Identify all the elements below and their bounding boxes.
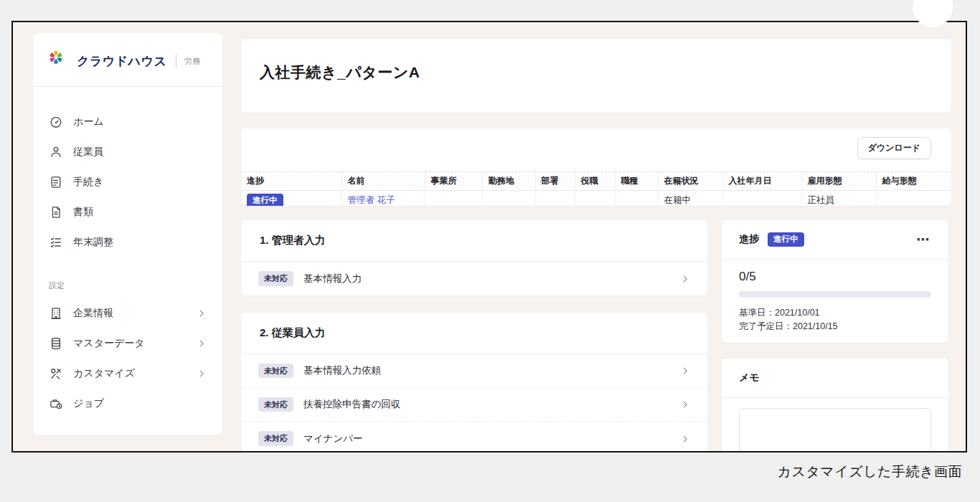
sidebar-item-label: ホーム xyxy=(73,115,104,128)
person-icon xyxy=(49,145,63,159)
section-title: 1. 管理者入力 xyxy=(241,220,707,262)
tools-icon xyxy=(49,366,63,381)
cell-hire-date xyxy=(722,191,801,207)
page-title-card: 入社手続き_パターンA xyxy=(241,39,951,113)
base-date: 基準日：2021/10/01 xyxy=(739,306,931,320)
sidebar: クラウドハウス 労務 ホーム xyxy=(33,33,222,435)
chevron-right-icon xyxy=(197,369,207,379)
progress-panel: 進捗 進行中 ⋯ 0/5 基準日：2021/10/01 完了予定日：2021/1… xyxy=(722,220,948,343)
column-header-progress: 進捗 xyxy=(241,172,341,191)
chevron-right-icon xyxy=(680,274,690,284)
sidebar-item-home[interactable]: ホーム xyxy=(33,107,222,137)
sidebar-item-customize[interactable]: カスタマイズ xyxy=(33,359,222,389)
image-caption: カスタマイズした手続き画面 xyxy=(777,463,962,481)
sidebar-item-year-end-adjustment[interactable]: 年末調整 xyxy=(33,227,222,257)
employee-table-card: ダウンロード 進捗 名前 事業所 勤務地 部署 役職 xyxy=(241,128,951,206)
cell-location xyxy=(482,191,535,207)
sidebar-item-jobs[interactable]: ジョブ xyxy=(33,389,222,419)
screenshot-frame: クラウドハウス 労務 ホーム xyxy=(11,21,967,453)
task-status-badge: 未対応 xyxy=(258,431,293,445)
cell-salary-type xyxy=(876,191,951,207)
column-header-location: 勤務地 xyxy=(482,172,535,191)
memo-panel: メモ xyxy=(722,359,948,453)
progress-panel-title: 進捗 xyxy=(739,233,759,246)
table-row: 進行中 管理者 花子 在籍中 正社員 xyxy=(241,191,951,207)
sidebar-item-label: 従業員 xyxy=(73,146,103,158)
status-badge: 進行中 xyxy=(247,194,283,206)
section-employee-input: 2. 従業員入力 未対応 基本情報入力依頼 未対応 扶養控除申告書の回収 xyxy=(241,313,707,453)
cell-position xyxy=(575,191,615,207)
cell-office xyxy=(425,191,482,207)
sidebar-item-label: 手続き xyxy=(73,176,103,189)
column-header-department: 部署 xyxy=(535,172,575,191)
brand-name: クラウドハウス xyxy=(77,53,166,70)
cell-job-type xyxy=(615,191,658,207)
section-title: 2. 従業員入力 xyxy=(241,313,707,354)
task-status-badge: 未対応 xyxy=(258,397,293,412)
sidebar-item-company-info[interactable]: 企業情報 xyxy=(33,298,222,328)
sidebar-settings-header: 設定 xyxy=(33,257,222,298)
task-status-badge: 未対応 xyxy=(258,271,293,285)
sidebar-item-master-data[interactable]: マスターデータ xyxy=(33,328,222,359)
database-icon xyxy=(49,336,63,351)
table-header-row: 進捗 名前 事業所 勤務地 部署 役職 職種 在籍状況 入社年月日 雇用形態 給… xyxy=(241,172,951,191)
sidebar-item-label: 企業情報 xyxy=(73,307,113,320)
sidebar-item-label: マスターデータ xyxy=(73,337,145,350)
building-icon xyxy=(49,306,63,321)
sidebar-item-documents[interactable]: 書類 xyxy=(33,197,222,227)
brand-divider xyxy=(176,55,176,67)
brand-product-label: 労務 xyxy=(184,56,200,67)
gauge-icon xyxy=(49,115,63,129)
sidebar-item-label: ジョブ xyxy=(73,397,104,410)
task-label: 基本情報入力依頼 xyxy=(303,364,381,377)
column-header-hire-date: 入社年月日 xyxy=(722,172,801,191)
document-icon xyxy=(49,205,63,219)
task-item-dependent-deduction-form[interactable]: 未対応 扶養控除申告書の回収 xyxy=(241,388,707,422)
column-header-name: 名前 xyxy=(341,172,425,191)
sidebar-item-label: 年末調整 xyxy=(73,236,113,249)
task-item-basic-info-request[interactable]: 未対応 基本情報入力依頼 xyxy=(241,354,707,388)
chevron-right-icon xyxy=(680,434,690,444)
more-menu-icon[interactable]: ⋯ xyxy=(915,232,931,247)
chevron-right-icon xyxy=(197,338,207,349)
progress-count: 0/5 xyxy=(739,270,931,284)
chevron-right-icon xyxy=(680,366,690,376)
memo-panel-title: メモ xyxy=(739,371,760,384)
cell-department xyxy=(535,191,575,207)
column-header-salary-type: 給与形態 xyxy=(876,172,951,191)
brand-logo: クラウドハウス 労務 xyxy=(33,33,222,86)
progress-status-badge: 進行中 xyxy=(768,232,804,247)
task-label: 扶養控除申告書の回収 xyxy=(303,398,400,411)
employee-name-link[interactable]: 管理者 花子 xyxy=(348,195,395,205)
sidebar-item-label: 書類 xyxy=(73,206,93,219)
task-item-my-number[interactable]: 未対応 マイナンバー xyxy=(241,422,707,453)
sidebar-item-label: カスタマイズ xyxy=(73,367,135,380)
sidebar-nav: ホーム 従業員 手続き xyxy=(33,87,222,419)
task-status-badge: 未対応 xyxy=(258,364,293,378)
download-button[interactable]: ダウンロード xyxy=(857,137,931,159)
cell-enrollment: 在籍中 xyxy=(658,191,722,207)
column-header-employment-type: 雇用形態 xyxy=(801,172,876,191)
briefcase-clock-icon xyxy=(49,397,63,411)
sidebar-item-procedures[interactable]: 手続き xyxy=(33,167,222,197)
progress-bar xyxy=(739,291,931,298)
column-header-office: 事業所 xyxy=(425,172,482,191)
chevron-right-icon xyxy=(197,308,207,318)
page-title: 入社手続き_パターンA xyxy=(241,39,951,82)
employee-table: 進捗 名前 事業所 勤務地 部署 役職 職種 在籍状況 入社年月日 雇用形態 給… xyxy=(241,171,951,206)
task-label: マイナンバー xyxy=(303,432,363,445)
page: クラウドハウス 労務 ホーム xyxy=(0,0,980,502)
cell-employment-type: 正社員 xyxy=(801,191,876,207)
task-label: 基本情報入力 xyxy=(303,273,362,285)
brand-flower-icon xyxy=(49,50,70,72)
clipboard-list-icon xyxy=(49,175,63,189)
section-admin-input: 1. 管理者入力 未対応 基本情報入力 xyxy=(241,220,707,295)
due-date: 完了予定日：2021/10/15 xyxy=(739,320,931,333)
task-item-basic-info-input[interactable]: 未対応 基本情報入力 xyxy=(241,262,707,295)
sidebar-item-employees[interactable]: 従業員 xyxy=(33,137,222,167)
column-header-enrollment: 在籍状況 xyxy=(658,172,722,191)
column-header-position: 役職 xyxy=(575,172,615,191)
memo-textarea[interactable] xyxy=(739,408,931,453)
column-header-job-type: 職種 xyxy=(615,172,658,191)
checklist-icon xyxy=(49,235,63,250)
